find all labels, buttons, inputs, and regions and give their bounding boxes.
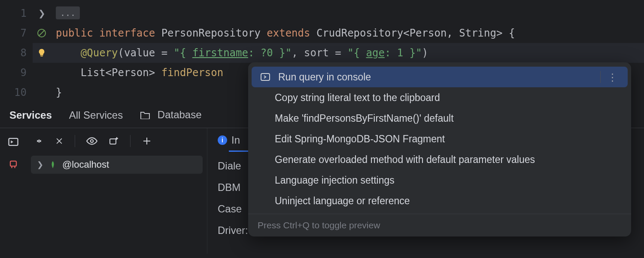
popup-item-injection-settings[interactable]: Language injection settings bbox=[248, 170, 631, 190]
no-entry-icon[interactable] bbox=[33, 23, 51, 43]
svg-rect-3 bbox=[9, 138, 18, 145]
popup-item-copy-literal[interactable]: Copy string literal text to the clipboar… bbox=[248, 87, 631, 108]
divider bbox=[600, 71, 601, 83]
tab-all-services[interactable]: All Services bbox=[69, 109, 123, 121]
svg-rect-6 bbox=[110, 139, 116, 144]
chevron-right-icon: ❯ bbox=[37, 160, 43, 169]
info-label: In bbox=[231, 134, 240, 146]
info-icon: i bbox=[218, 135, 227, 145]
line-number: 7 bbox=[0, 23, 33, 43]
popup-item-make-default[interactable]: Make 'findPersonsByFirstName()' default bbox=[248, 108, 631, 129]
bulb-icon[interactable] bbox=[33, 43, 51, 63]
line-number: 1 bbox=[0, 3, 33, 23]
datasource-node[interactable]: ❯ @localhost bbox=[31, 156, 203, 174]
popup-item-generate-overload[interactable]: Generate overloaded method with default … bbox=[248, 149, 631, 170]
line-number: 9 bbox=[0, 63, 33, 83]
popup-item-edit-fragment[interactable]: Edit Spring-MongoDB-JSON Fragment bbox=[248, 129, 631, 149]
folder-icon bbox=[140, 110, 150, 122]
svg-rect-4 bbox=[10, 161, 16, 166]
new-tab-icon[interactable] bbox=[109, 136, 119, 146]
line-number: 10 bbox=[0, 83, 33, 102]
close-icon[interactable] bbox=[55, 137, 64, 145]
sort-icon[interactable] bbox=[34, 136, 44, 146]
panel-left-rail bbox=[0, 128, 27, 254]
datasource-label: @localhost bbox=[62, 159, 109, 170]
plus-icon[interactable] bbox=[142, 136, 152, 146]
chevron-right-icon[interactable]: ❯ bbox=[38, 8, 46, 18]
tab-database[interactable]: Database bbox=[140, 109, 201, 122]
line-number-gutter: 1 7 8 9 10 bbox=[0, 0, 33, 102]
plug-icon[interactable] bbox=[7, 159, 19, 171]
services-title[interactable]: Services bbox=[9, 109, 52, 121]
line-number: 8 bbox=[0, 43, 33, 63]
popup-item-uninject[interactable]: Uninject language or reference bbox=[248, 190, 631, 211]
console-icon bbox=[260, 73, 271, 81]
mongo-leaf-icon bbox=[49, 160, 57, 169]
folded-region[interactable]: ... bbox=[56, 6, 80, 19]
services-tree: ❯ @localhost bbox=[27, 128, 207, 254]
popup-footer-hint: Press Ctrl+Q to toggle preview bbox=[248, 214, 631, 236]
terminal-icon[interactable] bbox=[7, 136, 19, 148]
eye-icon[interactable] bbox=[86, 137, 97, 145]
gutter-icons: ❯ bbox=[33, 0, 51, 102]
svg-point-5 bbox=[91, 140, 94, 143]
intention-actions-popup: Run query in console ⋮ Copy string liter… bbox=[248, 62, 631, 236]
popup-item-run-query[interactable]: Run query in console ⋮ bbox=[252, 67, 628, 87]
svg-rect-2 bbox=[40, 55, 43, 56]
more-icon[interactable]: ⋮ bbox=[608, 71, 617, 83]
svg-line-1 bbox=[39, 31, 44, 36]
